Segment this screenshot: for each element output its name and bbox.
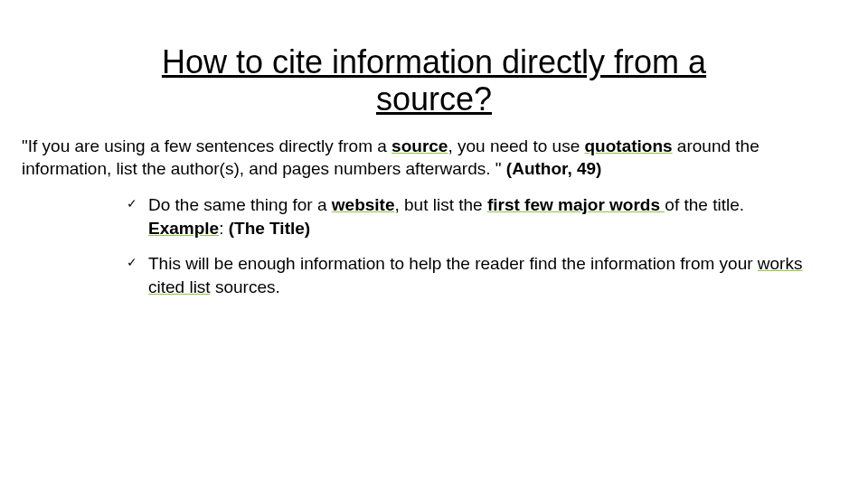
keyword-website: website [332, 195, 395, 214]
keyword-quotations: quotations [584, 136, 672, 155]
bullet1-title-citation: (The Title) [229, 219, 310, 238]
bullet-list: ✓ Do the same thing for a website, but l… [18, 193, 850, 299]
para-text-1: "If you are using a few sentences direct… [22, 136, 392, 155]
check-icon: ✓ [127, 254, 137, 271]
list-item: ✓ Do the same thing for a website, but l… [127, 193, 814, 239]
bullet2-text-2: sources. [211, 277, 280, 296]
bullet1-text-3: of the title. [665, 195, 744, 214]
slide-title: How to cite information directly from a … [108, 43, 760, 118]
keyword-first-few-words: first few major words [487, 195, 665, 214]
slide: How to cite information directly from a … [0, 0, 868, 299]
intro-paragraph: "If you are using a few sentences direct… [18, 135, 850, 181]
keyword-example: Example [148, 219, 219, 238]
list-item: ✓ This will be enough information to hel… [127, 252, 814, 298]
bullet1-text-4: : [219, 219, 229, 238]
bullet1-text-1: Do the same thing for a [148, 195, 332, 214]
keyword-source: source [392, 136, 448, 155]
check-icon: ✓ [127, 195, 137, 212]
para-author-citation: (Author, 49) [506, 159, 602, 178]
bullet1-text-2: , but list the [394, 195, 486, 214]
para-text-2: , you need to use [448, 136, 584, 155]
bullet2-text-1: This will be enough information to help … [148, 254, 758, 273]
